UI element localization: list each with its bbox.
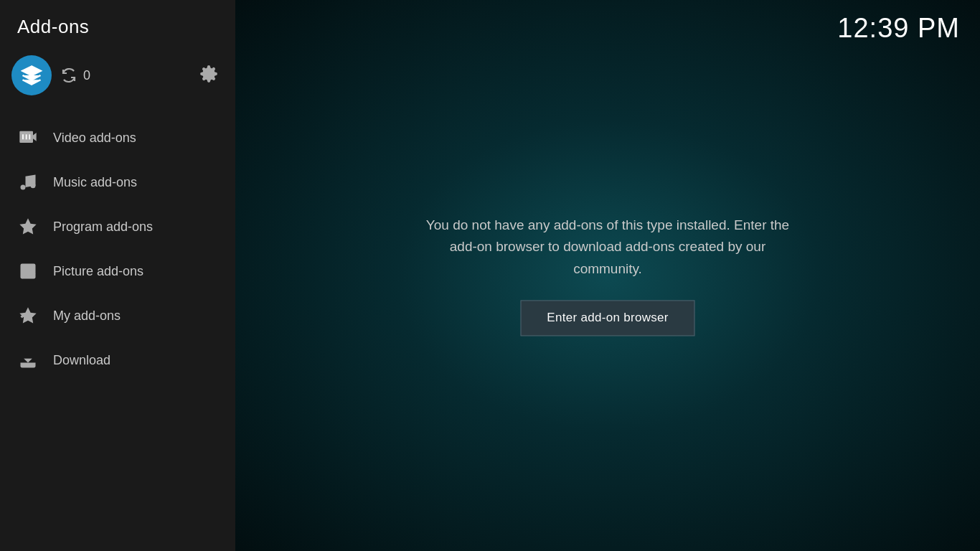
no-addons-message: You do not have any add-ons of this type… <box>422 215 794 280</box>
settings-button[interactable] <box>199 65 218 86</box>
program-addons-label: Program add-ons <box>53 220 153 235</box>
video-icon <box>17 127 39 149</box>
download-label: Download <box>53 353 110 368</box>
program-icon <box>17 216 39 237</box>
music-addons-label: Music add-ons <box>53 175 137 190</box>
center-message: You do not have any add-ons of this type… <box>422 215 794 336</box>
enter-browser-button[interactable]: Enter add-on browser <box>520 301 694 336</box>
sidebar-item-video-addons[interactable]: Video add-ons <box>0 116 235 160</box>
sidebar-item-program-addons[interactable]: Program add-ons <box>0 204 235 249</box>
sidebar-item-picture-addons[interactable]: Picture add-ons <box>0 249 235 293</box>
picture-addons-label: Picture add-ons <box>53 264 143 279</box>
music-icon <box>17 171 39 193</box>
my-addons-icon <box>17 305 39 326</box>
svg-point-5 <box>31 183 36 188</box>
settings-icon <box>199 65 218 83</box>
sidebar-nav: Video add-ons Music add-ons Program add-… <box>0 110 235 388</box>
app-title: Add-ons <box>0 0 235 50</box>
main-content: 12:39 PM You do not have any add-ons of … <box>235 0 980 551</box>
my-addons-label: My add-ons <box>53 309 121 324</box>
sidebar-item-my-addons[interactable]: My add-ons <box>0 293 235 338</box>
refresh-count: 0 <box>83 68 90 83</box>
picture-icon <box>17 260 39 282</box>
top-controls: 0 <box>0 50 235 110</box>
refresh-icon <box>60 67 77 84</box>
addon-manager-icon <box>21 65 42 86</box>
sidebar-item-music-addons[interactable]: Music add-ons <box>0 160 235 204</box>
clock: 12:39 PM <box>817 0 980 57</box>
refresh-button[interactable]: 0 <box>60 67 90 84</box>
video-addons-label: Video add-ons <box>53 131 136 146</box>
sidebar: Add-ons 0 <box>0 0 235 551</box>
svg-point-4 <box>21 185 26 190</box>
download-icon <box>17 349 39 371</box>
svg-point-7 <box>24 267 27 270</box>
sidebar-item-download[interactable]: Download <box>0 338 235 382</box>
addon-manager-button[interactable] <box>11 55 52 95</box>
